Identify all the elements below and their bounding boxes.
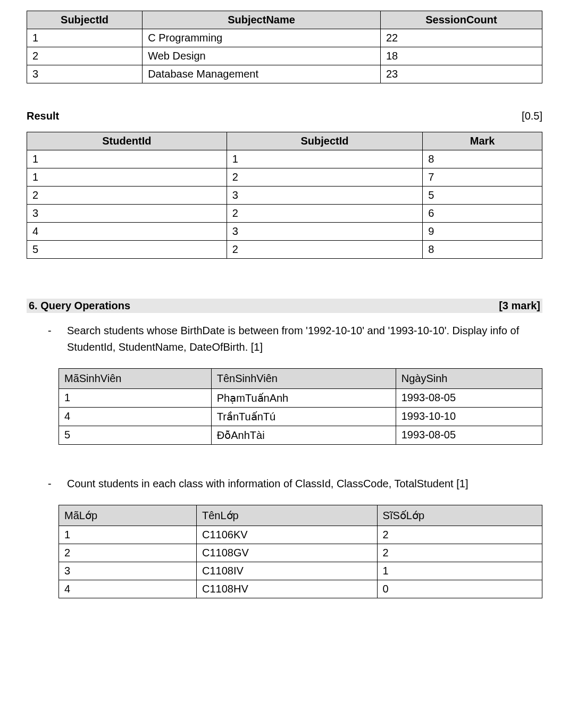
col-header: MãLớp [59, 505, 197, 526]
cell: 6 [423, 205, 542, 223]
cell: 5 [27, 241, 227, 259]
cell: 1 [27, 168, 227, 187]
class-table: MãLớp TênLớp SĩSốLớp 1 C1106KV 2 2 C1108… [58, 505, 542, 598]
list-item: Search students whose BirthDate is betwe… [48, 323, 542, 355]
cell: 2 [377, 526, 542, 544]
col-header: SessionCount [380, 11, 542, 29]
cell: 9 [423, 223, 542, 241]
query-mark: [3 mark] [499, 300, 540, 312]
cell: 1 [59, 526, 197, 544]
table-row: 3 C1108IV 1 [59, 562, 542, 580]
cell: TrầnTuấnTú [211, 408, 396, 426]
table-row: 4 C1108HV 0 [59, 580, 542, 598]
cell: C1108HV [197, 580, 378, 598]
cell: 1 [377, 562, 542, 580]
cell: 1993-08-05 [396, 389, 542, 408]
result-heading-row: Result [0.5] [27, 110, 542, 122]
table-row: 1 1 8 [27, 150, 542, 168]
cell: 3 [27, 205, 227, 223]
cell: C1108GV [197, 544, 378, 562]
cell: 2 [377, 544, 542, 562]
cell: 18 [380, 47, 542, 65]
col-header: SubjectId [227, 132, 422, 150]
col-header: SubjectName [143, 11, 381, 29]
result-table: StudentId SubjectId Mark 1 1 8 1 2 7 2 3… [27, 132, 542, 259]
table-row: 2 3 5 [27, 187, 542, 205]
result-mark: [0.5] [522, 110, 542, 122]
cell: 1 [27, 29, 143, 47]
table-header-row: SubjectId SubjectName SessionCount [27, 11, 542, 29]
table-row: 1 C1106KV 2 [59, 526, 542, 544]
cell: 1 [27, 150, 227, 168]
table-header-row: MãLớp TênLớp SĩSốLớp [59, 505, 542, 526]
cell: 1993-08-05 [396, 426, 542, 445]
cell: C1106KV [197, 526, 378, 544]
table-row: 1 PhạmTuấnAnh 1993-08-05 [59, 389, 542, 408]
cell: 1 [59, 389, 212, 408]
query-bullet-list-2: Count students in each class with inform… [48, 476, 542, 492]
col-header: SĩSốLớp [377, 505, 542, 526]
cell: 3 [27, 65, 143, 83]
cell: 2 [27, 47, 143, 65]
cell: 3 [227, 223, 422, 241]
table-row: 1 C Programming 22 [27, 29, 542, 47]
query-bullet-list: Search students whose BirthDate is betwe… [48, 323, 542, 355]
table-header-row: StudentId SubjectId Mark [27, 132, 542, 150]
cell: Web Design [143, 47, 381, 65]
cell: 5 [59, 426, 212, 445]
table-row: 1 2 7 [27, 168, 542, 187]
table-row: 4 TrầnTuấnTú 1993-10-10 [59, 408, 542, 426]
table-row: 4 3 9 [27, 223, 542, 241]
table-row: 3 Database Management 23 [27, 65, 542, 83]
col-header: SubjectId [27, 11, 143, 29]
cell: 3 [227, 187, 422, 205]
cell: 1 [227, 150, 422, 168]
cell: 2 [227, 205, 422, 223]
col-header: StudentId [27, 132, 227, 150]
table-row: 2 Web Design 18 [27, 47, 542, 65]
result-title: Result [27, 110, 59, 122]
cell: 0 [377, 580, 542, 598]
table-header-row: MãSinhViên TênSinhViên NgàySinh [59, 369, 542, 389]
cell: PhạmTuấnAnh [211, 389, 396, 408]
table-row: 2 C1108GV 2 [59, 544, 542, 562]
cell: 8 [423, 241, 542, 259]
cell: 1993-10-10 [396, 408, 542, 426]
col-header: NgàySinh [396, 369, 542, 389]
list-item: Count students in each class with inform… [48, 476, 542, 492]
col-header: TênLớp [197, 505, 378, 526]
student-table: MãSinhViên TênSinhViên NgàySinh 1 PhạmTu… [58, 368, 542, 445]
cell: 3 [59, 562, 197, 580]
cell: 4 [27, 223, 227, 241]
cell: C Programming [143, 29, 381, 47]
cell: 23 [380, 65, 542, 83]
cell: 2 [27, 187, 227, 205]
cell: 4 [59, 408, 212, 426]
cell: 22 [380, 29, 542, 47]
cell: 2 [227, 168, 422, 187]
subject-table: SubjectId SubjectName SessionCount 1 C P… [27, 11, 542, 83]
cell: ĐỗAnhTài [211, 426, 396, 445]
cell: 5 [423, 187, 542, 205]
cell: 7 [423, 168, 542, 187]
col-header: Mark [423, 132, 542, 150]
cell: 8 [423, 150, 542, 168]
table-row: 3 2 6 [27, 205, 542, 223]
cell: Database Management [143, 65, 381, 83]
table-row: 5 ĐỗAnhTài 1993-08-05 [59, 426, 542, 445]
cell: 2 [227, 241, 422, 259]
col-header: MãSinhViên [59, 369, 212, 389]
query-heading-row: 6. Query Operations [3 mark] [27, 299, 542, 313]
cell: 4 [59, 580, 197, 598]
col-header: TênSinhViên [211, 369, 396, 389]
query-title: 6. Query Operations [29, 300, 130, 312]
table-row: 5 2 8 [27, 241, 542, 259]
cell: 2 [59, 544, 197, 562]
cell: C1108IV [197, 562, 378, 580]
